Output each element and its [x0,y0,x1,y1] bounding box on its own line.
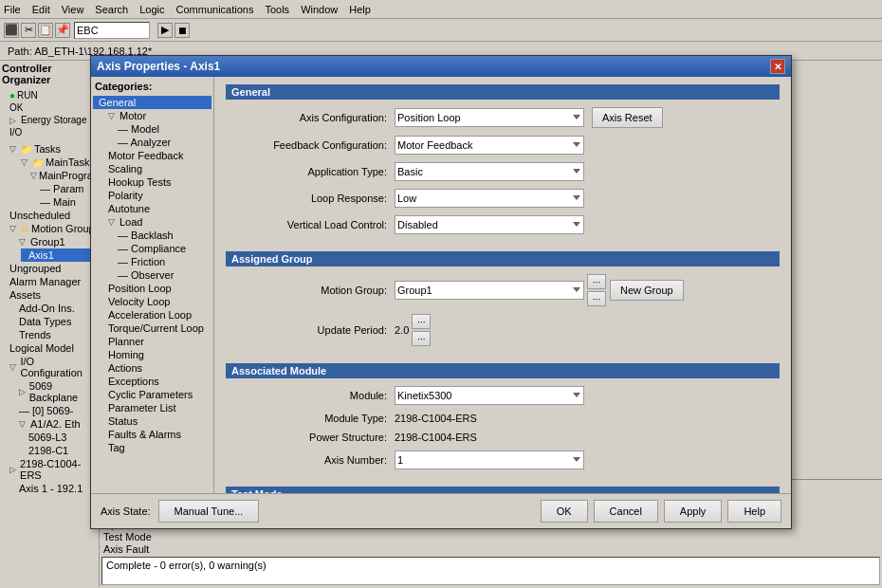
menu-window[interactable]: Window [301,4,338,15]
axis-number-row: Axis Number: 1 [226,450,780,469]
motion-group-up-btn[interactable]: ··· [587,274,606,289]
tree-trends[interactable]: Trends [11,328,97,341]
tree-alarm[interactable]: Alarm Manager [2,275,97,288]
toolbar-btn-6[interactable]: ⏹ [175,23,190,38]
cat-hookup-tests[interactable]: Hookup Tests [93,175,211,189]
new-group-button[interactable]: New Group [610,280,684,301]
toolbar: ⬛ ✂ 📋 📌 ▶ ⏹ [0,19,882,42]
update-period-up-btn[interactable]: ··· [412,314,431,329]
cat-motor[interactable]: ▽ Motor [93,109,211,122]
tree-io-config[interactable]: ▽ I/O Configuration [2,355,97,379]
tree-5069-l3[interactable]: 5069-L3 [21,431,97,444]
cat-status[interactable]: Status [93,414,211,428]
manual-tune-button[interactable]: Manual Tune... [158,500,260,523]
cat-exceptions-label: Exceptions [108,376,159,387]
cat-homing[interactable]: Homing [93,348,211,361]
axis-reset-button[interactable]: Axis Reset [592,107,663,128]
module-type-value: 2198-C1004-ERS [395,413,477,424]
cat-cyclic-parameters[interactable]: Cyclic Parameters [93,388,211,401]
cat-scaling[interactable]: Scaling [93,162,211,175]
tree-param[interactable]: — Param [32,182,97,195]
cat-backlash[interactable]: — Backlash [93,229,211,242]
tree-energy[interactable]: ▷ Energy Storage [2,114,97,126]
help-button[interactable]: Help [727,500,781,523]
tree-unscheduled[interactable]: Unscheduled [2,209,97,222]
cat-actions[interactable]: Actions [93,361,211,375]
cat-general[interactable]: General [93,96,211,109]
tree-axis1[interactable]: Axis1 [21,248,97,262]
tree-mainprog[interactable]: ▽ MainProgram [23,169,97,182]
cat-load[interactable]: ▽ Load [93,215,211,229]
motion-group-label: Motion Group: [226,285,387,296]
update-period-down-btn[interactable]: ··· [412,331,431,346]
tree-motion-group[interactable]: ▽ ⚙ Motion Group [2,222,97,235]
ok-button[interactable]: OK [541,500,588,523]
menu-help[interactable]: Help [349,4,371,15]
cat-model[interactable]: — Model [93,122,211,136]
cat-observer[interactable]: — Observer [93,268,211,282]
tree-a1a2[interactable]: ▽ A1/A2. Eth [11,417,97,431]
menu-tools[interactable]: Tools [265,4,289,15]
cat-exceptions[interactable]: Exceptions [93,375,211,388]
application-type-select[interactable]: Basic Custom [395,162,584,181]
cat-polarity[interactable]: Polarity [93,189,211,202]
application-type-row: Application Type: Basic Custom [226,162,780,181]
menu-search[interactable]: Search [95,4,128,15]
tree-5069b[interactable]: — [0] 5069- [11,404,97,417]
tree-2198[interactable]: 2198-C1 [21,444,97,457]
cat-acceleration-loop[interactable]: Acceleration Loop [93,308,211,322]
loop-response-select[interactable]: Low Medium High [395,189,584,208]
module-select[interactable]: Kinetix5300 [395,386,584,405]
tree-addon[interactable]: Add-On Ins. [11,302,97,315]
cat-friction[interactable]: — Friction [93,255,211,268]
tree-assets[interactable]: Assets [2,288,97,302]
tree-datatypes[interactable]: Data Types [11,315,97,328]
cat-actions-label: Actions [108,362,142,374]
motion-group-select[interactable]: Group1 [395,281,584,300]
apply-button[interactable]: Apply [664,500,723,523]
cat-parameter-list[interactable]: Parameter List [93,401,211,414]
footer-buttons: OK Cancel Apply Help [541,500,781,523]
cancel-button[interactable]: Cancel [594,500,658,523]
dialog-close-button[interactable]: ✕ [770,59,785,74]
tree-2198c1004[interactable]: ▷ 2198-C1004-ERS [2,457,97,482]
cat-torque-current[interactable]: Torque/Current Loop [93,322,211,335]
tree-io[interactable]: I/O [2,126,97,138]
dialog-body: Categories: General ▽ Motor — Model — An… [91,77,791,493]
associated-module-section-header: Associated Module [226,363,780,378]
cat-analyzer[interactable]: — Analyzer [93,136,211,149]
cat-position-loop[interactable]: Position Loop [93,282,211,295]
toolbar-input[interactable] [74,22,150,39]
motion-group-down-btn[interactable]: ··· [587,291,606,306]
menu-view[interactable]: View [62,4,84,15]
cat-faults-alarms[interactable]: Faults & Alarms [93,428,211,441]
toolbar-btn-3[interactable]: 📋 [38,23,53,38]
tree-logical-model[interactable]: Logical Model [2,341,97,355]
cat-autotune[interactable]: Autotune [93,202,211,215]
menu-logic[interactable]: Logic [139,4,164,15]
toolbar-btn-4[interactable]: 📌 [55,23,70,38]
feedback-configuration-select[interactable]: Motor Feedback Load Feedback [395,136,584,155]
tree-main[interactable]: — Main [32,195,97,209]
tree-maintask[interactable]: ▽ 📁 MainTask [13,156,97,169]
tree-tasks[interactable]: ▽ 📁 Tasks [2,142,97,156]
cat-planner[interactable]: Planner [93,335,211,348]
toolbar-btn-1[interactable]: ⬛ [4,23,19,38]
tree-5069[interactable]: ▷ 5069 Backplane [11,379,97,404]
toolbar-btn-5[interactable]: ▶ [157,23,173,38]
menu-edit[interactable]: Edit [32,4,50,15]
menu-communications[interactable]: Communications [176,4,254,15]
cat-compliance[interactable]: — Compliance [93,242,211,255]
tree-group1[interactable]: ▽ Group1 [11,235,97,248]
vertical-load-control-select[interactable]: Disabled Enabled [395,215,584,234]
axis-configuration-select[interactable]: Position Loop Velocity Loop Torque Loop [395,108,584,127]
axis-number-select[interactable]: 1 [395,450,584,469]
cat-motor-feedback[interactable]: Motor Feedback [93,149,211,162]
cat-tag[interactable]: Tag [93,441,211,454]
cat-velocity-loop[interactable]: Velocity Loop [93,295,211,308]
motion-group-row: Motion Group: Group1 ··· ··· New Group [226,274,780,306]
tree-ungrouped[interactable]: Ungrouped [2,262,97,275]
toolbar-btn-2[interactable]: ✂ [21,23,36,38]
menu-file[interactable]: File [4,4,21,15]
tree-axis1-sub[interactable]: Axis 1 - 192.1 [11,482,97,495]
